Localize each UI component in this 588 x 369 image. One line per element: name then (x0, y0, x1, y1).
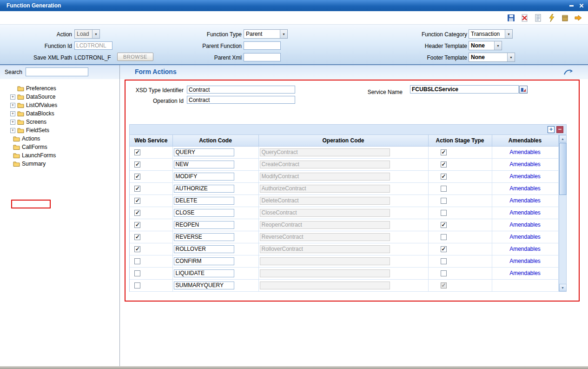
footer-template-select[interactable]: None ▼ (469, 53, 515, 62)
save-xml-path-label: Save XML Path (33, 54, 72, 61)
main-header: Form Actions (120, 65, 588, 79)
function-id-field[interactable] (74, 41, 112, 50)
folder-icon (13, 161, 20, 167)
tree-item-label: ListOfValues (26, 102, 57, 108)
folder-icon (17, 86, 24, 92)
sidebar-item-listofvalues[interactable]: +ListOfValues (0, 101, 119, 109)
chevron-down-icon: ▼ (280, 30, 287, 38)
folder-icon (17, 94, 24, 100)
search-band: Search (0, 65, 119, 79)
footer-template-label: Footer Template (427, 54, 468, 61)
action-select[interactable]: Load ▼ (74, 29, 100, 39)
chevron-down-icon: ▼ (505, 30, 512, 38)
expand-plus-icon[interactable]: + (10, 120, 15, 125)
function-type-label: Function Type (207, 31, 242, 38)
header-template-label: Header Template (425, 43, 467, 49)
refresh-swoosh-icon[interactable] (563, 68, 574, 77)
tree-item-label: CallForms (22, 144, 47, 150)
folder-icon (17, 102, 24, 108)
close-button[interactable]: ✕ (578, 0, 585, 11)
folder-icon (13, 153, 20, 159)
save-icon[interactable] (507, 13, 515, 22)
navigation-tree: Preferences+DataSource+ListOfValues+Data… (0, 84, 119, 168)
sidebar-item-summary[interactable]: Summary (0, 160, 119, 168)
expand-plus-icon[interactable]: + (10, 103, 15, 108)
build-icon[interactable] (561, 13, 569, 22)
function-header-form: Action Load ▼ Function Type Parent ▼ Fun… (0, 24, 588, 65)
function-category-value: Transaction (469, 30, 505, 38)
header-template-value: None (469, 41, 494, 50)
header-template-select[interactable]: None ▼ (469, 41, 502, 50)
window-title: Function Generation (7, 0, 61, 11)
tree-item-label: Actions (22, 135, 40, 142)
chevron-down-icon: ▼ (507, 53, 515, 61)
parent-function-field[interactable] (244, 41, 281, 50)
parent-xml-field[interactable] (244, 53, 281, 61)
view-source-icon[interactable] (534, 13, 542, 22)
folder-icon (13, 144, 20, 150)
tree-item-label: DataSource (26, 94, 55, 100)
sidebar-item-launchforms[interactable]: LaunchForms (0, 151, 119, 160)
save-xml-path-value: LCDTRONL_F (74, 54, 111, 61)
form-actions-highlight-box (125, 80, 580, 302)
delete-xml-icon[interactable] (520, 13, 529, 22)
sidebar-item-screens[interactable]: +Screens (0, 118, 119, 126)
title-bar: Function Generation ✕ (0, 0, 588, 11)
sidebar-item-callforms[interactable]: CallForms (0, 143, 119, 151)
function-generation-window: Function Generation ✕ (0, 0, 588, 369)
forward-icon[interactable] (574, 13, 582, 22)
parent-xml-label: Parent Xml (214, 54, 242, 61)
tree-item-label: Preferences (26, 85, 56, 92)
folder-icon (13, 136, 20, 142)
folder-icon (17, 119, 24, 125)
toolbar (0, 11, 588, 24)
function-id-label: Function Id (45, 43, 72, 49)
tree-item-label: Screens (26, 119, 46, 125)
minimize-button[interactable] (568, 0, 575, 11)
generate-icon[interactable] (547, 13, 555, 22)
footer-template-value: None (469, 53, 507, 61)
folder-icon (17, 127, 24, 134)
function-type-value: Parent (244, 30, 280, 38)
parent-function-label: Parent Function (202, 43, 242, 49)
page-title: Form Actions (135, 68, 177, 75)
close-icon: ✕ (579, 2, 584, 9)
function-category-select[interactable]: Transaction ▼ (469, 29, 513, 39)
sidebar-item-datablocks[interactable]: +DataBlocks (0, 109, 119, 118)
sidebar-item-preferences[interactable]: Preferences (0, 84, 119, 93)
tree-item-label: FieldSets (26, 127, 49, 134)
chevron-down-icon: ▼ (92, 30, 99, 38)
action-select-value: Load (75, 30, 92, 38)
sidebar-item-fieldsets[interactable]: +FieldSets (0, 126, 119, 134)
action-label: Action (57, 31, 72, 38)
browse-button[interactable]: BROWSE (117, 53, 153, 61)
minimize-icon (569, 5, 574, 7)
expand-plus-icon[interactable]: + (10, 128, 15, 133)
expand-plus-icon[interactable]: + (10, 94, 15, 100)
search-input[interactable] (26, 67, 88, 76)
actions-highlight-box (11, 200, 51, 208)
search-label: Search (5, 69, 22, 75)
expand-plus-icon[interactable]: + (10, 111, 15, 116)
sidebar-item-datasource[interactable]: +DataSource (0, 93, 119, 101)
folder-icon (17, 111, 24, 117)
tree-item-label: Summary (22, 161, 46, 167)
function-category-label: Function Category (422, 31, 467, 38)
sidebar-item-actions[interactable]: Actions (0, 134, 119, 143)
sidebar: Search Preferences+DataSource+ListOfValu… (0, 65, 120, 366)
tree-item-label: LaunchForms (22, 152, 56, 159)
window-bottom-border (0, 366, 588, 369)
chevron-down-icon: ▼ (494, 41, 502, 50)
tree-item-label: DataBlocks (26, 110, 54, 117)
function-type-select[interactable]: Parent ▼ (244, 29, 288, 39)
